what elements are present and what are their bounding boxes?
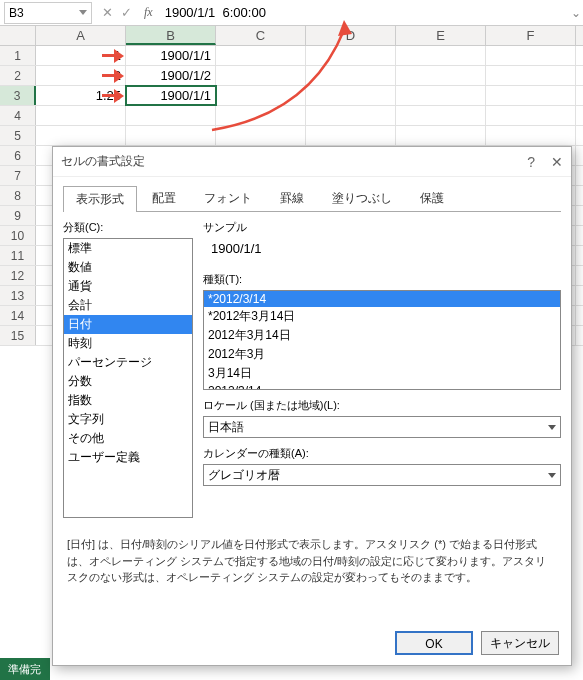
cell[interactable]: [396, 106, 486, 125]
row-hdr[interactable]: 2: [0, 66, 36, 85]
cell[interactable]: [486, 46, 576, 65]
format-cells-dialog: セルの書式設定 ? ✕ 表示形式配置フォント罫線塗りつぶし保護 分類(C): 標…: [52, 146, 572, 666]
row-hdr[interactable]: 14: [0, 306, 36, 325]
locale-value: 日本語: [208, 419, 244, 436]
tab-2[interactable]: フォント: [191, 185, 265, 211]
category-item[interactable]: 通貨: [64, 277, 192, 296]
cell[interactable]: [306, 106, 396, 125]
locale-label: ロケール (国または地域)(L):: [203, 398, 561, 413]
grid-row: 5: [0, 126, 583, 146]
tab-0[interactable]: 表示形式: [63, 186, 137, 212]
col-hdr-F[interactable]: F: [486, 26, 576, 45]
row-hdr[interactable]: 6: [0, 146, 36, 165]
cell[interactable]: [216, 86, 306, 105]
tab-1[interactable]: 配置: [139, 185, 189, 211]
cell[interactable]: [486, 126, 576, 145]
help-icon[interactable]: ?: [527, 154, 535, 170]
name-box[interactable]: B3: [4, 2, 92, 24]
cell[interactable]: [396, 86, 486, 105]
type-item[interactable]: 2012年3月14日: [204, 326, 560, 345]
formula-input[interactable]: [159, 2, 569, 24]
cell[interactable]: [126, 106, 216, 125]
category-item[interactable]: パーセンテージ: [64, 353, 192, 372]
grid-row: 111900/1/1: [0, 46, 583, 66]
cell[interactable]: [36, 126, 126, 145]
grid-row: 4: [0, 106, 583, 126]
category-item[interactable]: 日付: [64, 315, 192, 334]
cell[interactable]: [216, 66, 306, 85]
cell[interactable]: [126, 126, 216, 145]
select-all-corner[interactable]: [0, 26, 36, 45]
row-hdr[interactable]: 3: [0, 86, 36, 105]
cell[interactable]: [36, 106, 126, 125]
type-item[interactable]: *2012年3月14日: [204, 307, 560, 326]
row-hdr[interactable]: 10: [0, 226, 36, 245]
annotation-arrow-icon: [102, 48, 126, 64]
category-item[interactable]: 会計: [64, 296, 192, 315]
cell[interactable]: [486, 66, 576, 85]
accept-icon[interactable]: ✓: [121, 5, 132, 20]
category-item[interactable]: その他: [64, 429, 192, 448]
cell[interactable]: [396, 126, 486, 145]
type-item[interactable]: 2012年3月: [204, 345, 560, 364]
cell[interactable]: 1900/1/1: [126, 86, 216, 105]
cell[interactable]: [216, 106, 306, 125]
tab-4[interactable]: 塗りつぶし: [319, 185, 405, 211]
col-hdr-C[interactable]: C: [216, 26, 306, 45]
tab-3[interactable]: 罫線: [267, 185, 317, 211]
cell[interactable]: [306, 126, 396, 145]
col-hdr-A[interactable]: A: [36, 26, 126, 45]
cell[interactable]: 1900/1/2: [126, 66, 216, 85]
cell[interactable]: [396, 66, 486, 85]
category-item[interactable]: 分数: [64, 372, 192, 391]
annotation-arrow-icon: [102, 68, 126, 84]
row-hdr[interactable]: 8: [0, 186, 36, 205]
status-bar: 準備完: [0, 658, 50, 680]
fx-icon[interactable]: fx: [138, 5, 159, 20]
category-item[interactable]: 数値: [64, 258, 192, 277]
row-hdr[interactable]: 4: [0, 106, 36, 125]
cancel-button[interactable]: キャンセル: [481, 631, 559, 655]
type-item[interactable]: *2012/3/14: [204, 291, 560, 307]
type-item[interactable]: 3月14日: [204, 364, 560, 383]
cancel-icon[interactable]: ✕: [102, 5, 113, 20]
chevron-down-icon[interactable]: [79, 10, 87, 15]
calendar-value: グレゴリオ暦: [208, 467, 280, 484]
cell[interactable]: 1900/1/1: [126, 46, 216, 65]
cell[interactable]: [486, 86, 576, 105]
row-hdr[interactable]: 13: [0, 286, 36, 305]
category-item[interactable]: 指数: [64, 391, 192, 410]
category-item[interactable]: 文字列: [64, 410, 192, 429]
type-list[interactable]: *2012/3/14*2012年3月14日2012年3月14日2012年3月3月…: [203, 290, 561, 390]
ok-button[interactable]: OK: [395, 631, 473, 655]
category-list[interactable]: 標準数値通貨会計日付時刻パーセンテージ分数指数文字列その他ユーザー定義: [63, 238, 193, 518]
cell[interactable]: [306, 46, 396, 65]
col-hdr-D[interactable]: D: [306, 26, 396, 45]
cell[interactable]: [396, 46, 486, 65]
row-hdr[interactable]: 7: [0, 166, 36, 185]
cell[interactable]: [306, 66, 396, 85]
row-hdr[interactable]: 15: [0, 326, 36, 345]
row-hdr[interactable]: 9: [0, 206, 36, 225]
category-item[interactable]: 時刻: [64, 334, 192, 353]
type-item[interactable]: 2012/3/14: [204, 383, 560, 390]
cell[interactable]: [216, 126, 306, 145]
cell[interactable]: [486, 106, 576, 125]
type-label: 種類(T):: [203, 272, 561, 287]
col-hdr-B[interactable]: B: [126, 26, 216, 45]
category-item[interactable]: ユーザー定義: [64, 448, 192, 467]
tab-5[interactable]: 保護: [407, 185, 457, 211]
locale-select[interactable]: 日本語: [203, 416, 561, 438]
row-hdr[interactable]: 5: [0, 126, 36, 145]
close-icon[interactable]: ✕: [551, 154, 563, 170]
row-hdr[interactable]: 11: [0, 246, 36, 265]
cell[interactable]: [216, 46, 306, 65]
dialog-tabs: 表示形式配置フォント罫線塗りつぶし保護: [53, 177, 571, 211]
row-hdr[interactable]: 12: [0, 266, 36, 285]
formula-expand-icon[interactable]: ⌄: [569, 6, 583, 20]
col-hdr-E[interactable]: E: [396, 26, 486, 45]
calendar-select[interactable]: グレゴリオ暦: [203, 464, 561, 486]
cell[interactable]: [306, 86, 396, 105]
row-hdr[interactable]: 1: [0, 46, 36, 65]
category-item[interactable]: 標準: [64, 239, 192, 258]
